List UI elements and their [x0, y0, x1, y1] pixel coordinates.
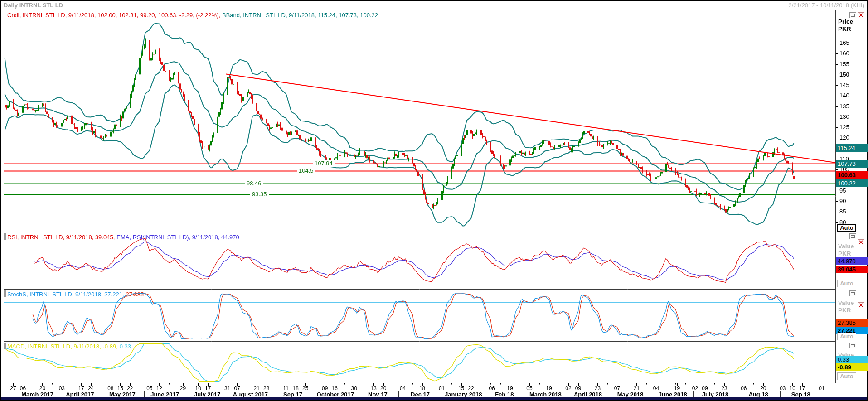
date-range-label: 2/21/2017 - 10/11/2018 (KHI) [789, 2, 864, 9]
charting-app-window: Daily INTRNL STL LD 2/21/2017 - 10/11/20… [0, 0, 868, 401]
window-title: Daily INTRNL STL LD [4, 2, 63, 9]
chart-canvas[interactable] [0, 0, 868, 401]
window-bottom-edge [1, 397, 867, 400]
